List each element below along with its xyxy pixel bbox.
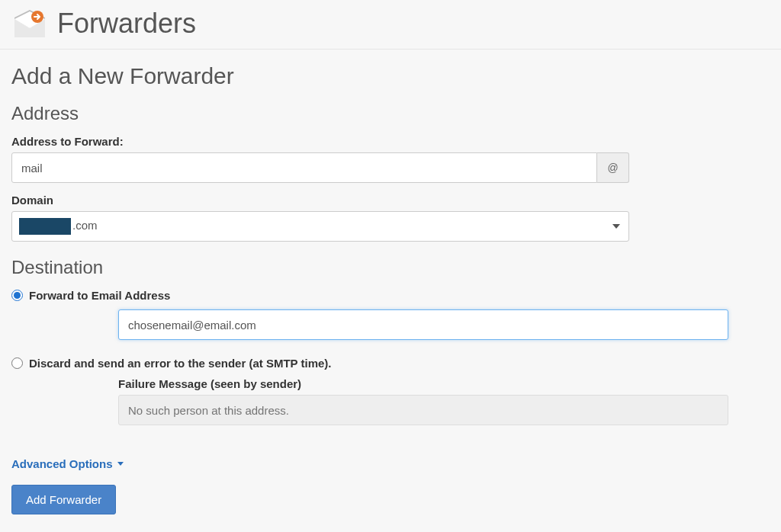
advanced-options-toggle[interactable]: Advanced Options — [11, 457, 124, 470]
caret-down-icon — [117, 462, 124, 466]
forward-email-input[interactable] — [118, 309, 728, 340]
forward-radio-row: Forward to Email Address — [11, 289, 770, 302]
page-header: Forwarders — [0, 0, 781, 50]
at-symbol-addon: @ — [597, 152, 629, 183]
address-to-forward-label: Address to Forward: — [11, 135, 770, 148]
discard-radio[interactable] — [11, 357, 23, 369]
domain-select[interactable] — [11, 211, 629, 242]
address-to-forward-group: Address to Forward: @ — [11, 135, 770, 183]
form-subtitle: Add a New Forwarder — [11, 63, 770, 89]
content-area: Add a New Forwarder Address Address to F… — [0, 50, 781, 532]
domain-select-wrap: .com — [11, 211, 629, 242]
address-to-forward-input[interactable] — [11, 152, 597, 183]
destination-section-title: Destination — [11, 257, 770, 278]
page-title: Forwarders — [57, 8, 196, 40]
forward-radio-label: Forward to Email Address — [29, 289, 170, 302]
forwarders-envelope-icon — [11, 8, 48, 39]
domain-label: Domain — [11, 194, 770, 207]
discard-option-block: Discard and send an error to the sender … — [11, 357, 770, 425]
address-section-title: Address — [11, 103, 770, 124]
discard-radio-label: Discard and send an error to the sender … — [29, 357, 331, 370]
destination-section: Destination Forward to Email Address Dis… — [11, 257, 770, 425]
failure-message-indent: Failure Message (seen by sender) — [118, 377, 728, 425]
failure-message-input[interactable] — [118, 395, 728, 425]
discard-radio-row: Discard and send an error to the sender … — [11, 357, 770, 370]
add-forwarder-button[interactable]: Add Forwarder — [11, 485, 116, 514]
forward-option-block: Forward to Email Address — [11, 289, 770, 340]
forward-email-indent — [118, 309, 728, 340]
failure-message-label: Failure Message (seen by sender) — [118, 377, 728, 390]
domain-group: Domain .com — [11, 194, 770, 242]
advanced-options-label: Advanced Options — [11, 457, 113, 470]
forward-radio[interactable] — [11, 290, 23, 301]
address-input-group: @ — [11, 152, 629, 183]
